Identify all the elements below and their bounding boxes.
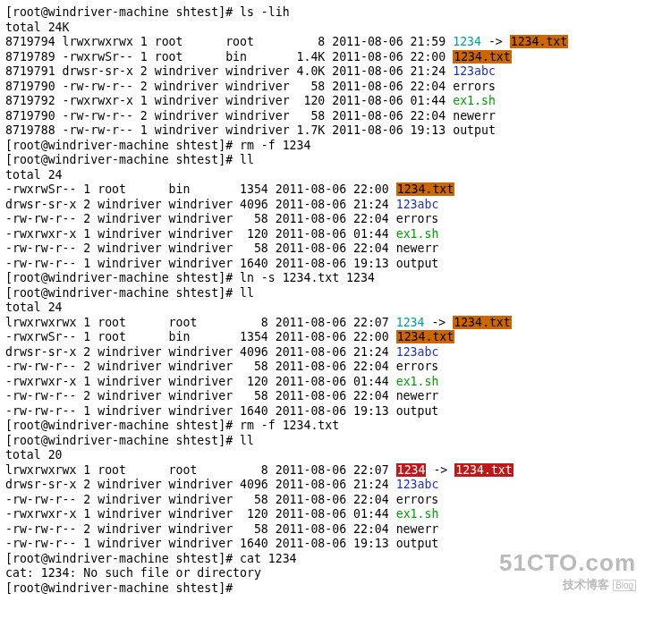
ls-row: -rw-rw-r-- 1 windriver windriver 1640 20…	[5, 404, 640, 419]
prompt: [root@windriver-machine shtest]#	[5, 581, 640, 597]
ls-row: -rw-rw-r-- 1 windriver windriver 1640 20…	[5, 257, 640, 272]
error-line: cat: 1234: No such file or directory	[5, 566, 640, 581]
ls-row: -rw-rw-r-- 2 windriver windriver 58 2011…	[5, 522, 640, 538]
ls-row: 8719790 -rw-rw-r-- 2 windriver windriver…	[5, 109, 640, 124]
ls-row: 8719792 -rwxrwxr-x 1 windriver windriver…	[5, 94, 640, 109]
total-line: total 24K	[5, 21, 640, 36]
total-line: total 20	[5, 448, 640, 463]
total-line: total 24	[5, 301, 640, 316]
ls-row: drwsr-sr-x 2 windriver windriver 4096 20…	[5, 478, 640, 493]
prompt: [root@windriver-machine shtest]# rm -f 1…	[5, 139, 640, 154]
prompt: [root@windriver-machine shtest]# cat 123…	[5, 552, 640, 567]
terminal-output: [root@windriver-machine shtest]# ls -lih…	[5, 5, 640, 596]
ls-row: -rwxrwSr-- 1 root bin 1354 2011-08-06 22…	[5, 330, 640, 345]
ls-row: lrwxrwxrwx 1 root root 8 2011-08-06 22:0…	[5, 316, 640, 331]
prompt: [root@windriver-machine shtest]# ll	[5, 286, 640, 301]
ls-row: -rw-rw-r-- 2 windriver windriver 58 2011…	[5, 493, 640, 508]
prompt: [root@windriver-machine shtest]# ln -s 1…	[5, 271, 640, 286]
ls-row: -rwxrwxr-x 1 windriver windriver 120 201…	[5, 375, 640, 390]
ls-row: 8719788 -rw-rw-r-- 1 windriver windriver…	[5, 123, 640, 139]
prompt: [root@windriver-machine shtest]# rm -f 1…	[5, 419, 640, 434]
prompt: [root@windriver-machine shtest]# ll	[5, 153, 640, 168]
ls-row: -rw-rw-r-- 2 windriver windriver 58 2011…	[5, 242, 640, 257]
prompt: [root@windriver-machine shtest]# ll	[5, 434, 640, 449]
ls-row: -rw-rw-r-- 2 windriver windriver 58 2011…	[5, 389, 640, 404]
ls-row: -rw-rw-r-- 2 windriver windriver 58 2011…	[5, 360, 640, 375]
total-line: total 24	[5, 168, 640, 183]
ls-row: -rwxrwxr-x 1 windriver windriver 120 201…	[5, 227, 640, 242]
ls-row: 8719789 -rwxrwSr-- 1 root bin 1.4K 2011-…	[5, 50, 640, 65]
ls-row: -rw-rw-r-- 1 windriver windriver 1640 20…	[5, 537, 640, 552]
ls-row: 8719791 drwsr-sr-x 2 windriver windriver…	[5, 64, 640, 80]
ls-row: drwsr-sr-x 2 windriver windriver 4096 20…	[5, 345, 640, 360]
ls-row: drwsr-sr-x 2 windriver windriver 4096 20…	[5, 198, 640, 213]
ls-row: -rw-rw-r-- 2 windriver windriver 58 2011…	[5, 212, 640, 227]
ls-row: 8719794 lrwxrwxrwx 1 root root 8 2011-08…	[5, 35, 640, 50]
ls-row: lrwxrwxrwx 1 root root 8 2011-08-06 22:0…	[5, 463, 640, 479]
ls-row: 8719790 -rw-rw-r-- 2 windriver windriver…	[5, 80, 640, 95]
ls-row: -rwxrwSr-- 1 root bin 1354 2011-08-06 22…	[5, 182, 640, 198]
ls-row: -rwxrwxr-x 1 windriver windriver 120 201…	[5, 507, 640, 522]
prompt: [root@windriver-machine shtest]# ls -lih	[5, 5, 640, 21]
